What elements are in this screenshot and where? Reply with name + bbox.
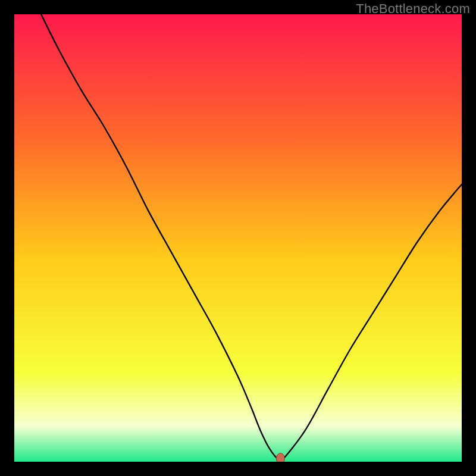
figure-root: TheBottleneck.com: [0, 0, 476, 476]
curve-minimum-marker: [276, 453, 284, 462]
watermark-text: TheBottleneck.com: [356, 1, 470, 17]
plot-background-gradient: [14, 14, 462, 462]
bottleneck-plot: [14, 14, 462, 462]
